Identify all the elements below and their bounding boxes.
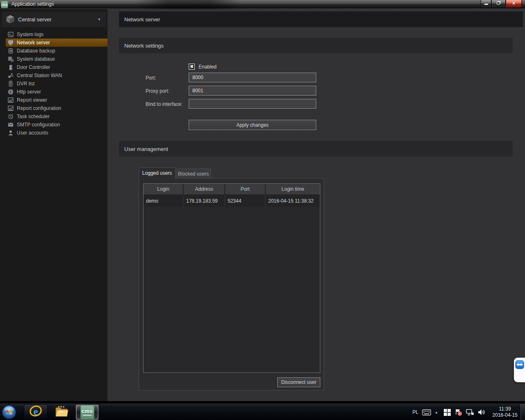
folder-icon [55, 405, 69, 419]
apply-changes-button[interactable]: Apply changes [189, 120, 316, 130]
window-title: Application settings [11, 1, 54, 7]
server-selector-dropdown[interactable]: Central server ▼ [2, 11, 106, 27]
cms-icon-subtext [83, 415, 92, 416]
teamviewer-edge-tab[interactable] [514, 358, 525, 382]
tray-overflow-icon[interactable]: ▲ [435, 411, 438, 414]
cms-app-icon: cms [1, 1, 8, 8]
table-header-row: Login Address Port Login time [144, 184, 320, 195]
sidebar-item-label: DVR list [17, 81, 34, 87]
sidebar-item-user-accounts[interactable]: User accounts [6, 129, 107, 137]
sidebar-item-task-scheduler[interactable]: Task scheduler [6, 112, 107, 121]
taskbar-internet-explorer-button[interactable]: e [24, 405, 48, 420]
logged-users-panel: Login Address Port Login time demo 178.1… [139, 178, 324, 390]
sidebar-item-http-server[interactable]: Http server [6, 88, 107, 96]
logged-users-table: Login Address Port Login time demo 178.1… [143, 183, 320, 373]
page-title: Network server [124, 16, 160, 23]
taskbar: e cms PL [0, 404, 525, 420]
sidebar-item-dvr-list[interactable]: DVR list [6, 80, 107, 88]
sidebar-item-system-database[interactable]: System database [6, 55, 107, 63]
sidebar-item-report-configuration[interactable]: Report configuration [6, 104, 107, 112]
restore-button[interactable] [491, 0, 506, 8]
tab-blocked-users[interactable]: Blocked users [176, 169, 211, 178]
enabled-row: ✖ Enabled [189, 64, 217, 70]
sidebar-item-label: Central Station WAN [17, 73, 62, 78]
language-indicator[interactable]: PL [412, 409, 418, 415]
table-row[interactable]: demo 178.19.183.59 52344 2016-04-15 11:3… [144, 195, 320, 207]
door-icon [7, 64, 14, 71]
keyboard-icon[interactable] [422, 409, 431, 415]
report-chart-icon [7, 97, 14, 103]
caret-down-icon: ▼ [98, 18, 101, 21]
minimize-button[interactable] [481, 0, 491, 8]
server-selector-label: Central server [18, 16, 52, 23]
tray-date: 2016-04-15 [491, 412, 519, 418]
sidebar-item-system-logs[interactable]: System logs [6, 30, 107, 39]
close-button[interactable]: ✕ [506, 0, 522, 8]
sidebar-item-database-backup[interactable]: Database backup [6, 47, 107, 55]
sidebar-item-label: Task scheduler [17, 114, 50, 119]
column-header-address[interactable]: Address [184, 184, 225, 195]
show-desktop-button[interactable] [520, 404, 525, 420]
network-settings-section-header: Network settings [119, 38, 513, 53]
start-button[interactable] [1, 404, 17, 420]
cms-icon-label: cms [82, 409, 93, 414]
application-window: Central server ▼ System logs Network ser… [0, 9, 525, 401]
cell-port: 52344 [225, 195, 266, 207]
envelope-icon [7, 121, 14, 128]
sidebar-item-label: Report configuration [17, 105, 61, 111]
restore-icon [497, 2, 500, 5]
minimize-icon [484, 4, 488, 5]
log-console-icon [7, 31, 14, 38]
disconnect-user-button[interactable]: Disconnect user [277, 377, 320, 387]
package-box-icon [5, 14, 16, 25]
sidebar-item-label: Http server [17, 89, 41, 95]
main-content: Network server Network settings ✖ Enable… [107, 9, 525, 401]
alarm-clock-icon [7, 113, 14, 120]
cell-login-time: 2016-04-15 11:38:32 [266, 195, 320, 207]
titlebar-glare [135, 0, 242, 9]
ie-icon: e [29, 405, 42, 420]
tray-time: 11:39 [491, 406, 519, 412]
sidebar-item-network-server[interactable]: Network server [6, 39, 107, 47]
column-header-port[interactable]: Port [225, 184, 266, 195]
sidebar-item-label: System logs [17, 32, 43, 37]
bind-interface-input[interactable] [189, 99, 316, 109]
svg-text:e: e [33, 406, 38, 417]
windows-logo-icon[interactable] [444, 409, 451, 416]
teamviewer-icon [515, 360, 524, 382]
sidebar-item-label: Door Controller [17, 64, 50, 70]
proxy-port-label: Proxy port: [146, 88, 191, 94]
network-status-icon[interactable] [466, 409, 474, 416]
sidebar-item-door-controller[interactable]: Door Controller [6, 63, 107, 71]
system-tray: PL ▲ [409, 404, 519, 420]
cell-login: demo [144, 195, 184, 207]
port-label: Port: [146, 75, 191, 81]
sidebar-item-smtp-configuration[interactable]: SMTP configuration [6, 121, 107, 129]
cell-address: 178.19.183.59 [184, 195, 225, 207]
sidebar-item-label: Database backup [17, 48, 55, 54]
enabled-label: Enabled [199, 64, 217, 70]
volume-speaker-icon[interactable] [478, 409, 486, 415]
sidebar-item-label: Network server [17, 40, 50, 46]
user-management-section-header: User management [119, 141, 513, 157]
taskbar-windows-explorer-button[interactable] [50, 405, 74, 420]
tray-clock[interactable]: 11:39 2016-04-15 [491, 406, 519, 418]
cms-app-icon: cms [80, 405, 94, 419]
title-bar: cms Application settings ✕ [0, 0, 525, 9]
column-header-login[interactable]: Login [144, 184, 184, 195]
sidebar-item-central-station-wan[interactable]: Central Station WAN [6, 71, 107, 80]
port-input[interactable] [189, 73, 316, 82]
proxy-port-input[interactable] [189, 86, 316, 96]
taskbar-cms-button[interactable]: cms [76, 405, 98, 420]
column-header-login-time[interactable]: Login time [266, 184, 320, 195]
bind-interface-label: Bind to interface: [146, 101, 191, 107]
sidebar-item-report-viewer[interactable]: Report viewer [6, 96, 107, 104]
sidebar-item-label: User accounts [17, 130, 48, 136]
computer-icon [7, 39, 14, 46]
action-center-flag-icon[interactable] [454, 409, 462, 416]
enabled-checkbox[interactable]: ✖ [189, 64, 195, 70]
tab-logged-users[interactable]: Logged users [139, 167, 176, 178]
user-icon [7, 130, 14, 136]
network-settings-title: Network settings [124, 43, 164, 49]
window-controls: ✕ [481, 0, 522, 8]
